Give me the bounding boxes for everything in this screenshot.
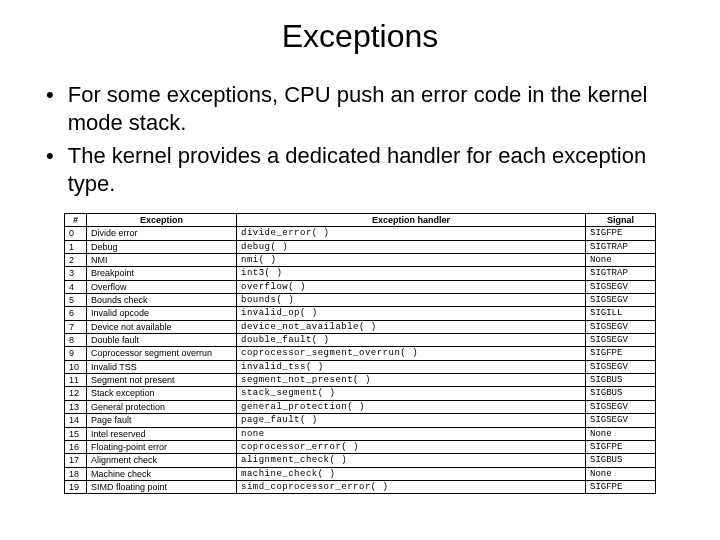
exceptions-table: # Exception Exception handler Signal 0Di… — [64, 213, 656, 494]
cell-signal: SIGBUS — [586, 374, 656, 387]
table-row: 13General protectiongeneral_protection( … — [65, 400, 656, 413]
cell-num: 12 — [65, 387, 87, 400]
cell-num: 0 — [65, 227, 87, 240]
cell-handler: simd_coprocessor_error( ) — [237, 480, 586, 493]
col-header-num: # — [65, 214, 87, 227]
cell-num: 8 — [65, 334, 87, 347]
table-header-row: # Exception Exception handler Signal — [65, 214, 656, 227]
table-row: 2NMInmi( )None — [65, 254, 656, 267]
cell-num: 13 — [65, 400, 87, 413]
cell-handler: segment_not_present( ) — [237, 374, 586, 387]
exceptions-table-wrap: # Exception Exception handler Signal 0Di… — [36, 213, 684, 494]
cell-handler: divide_error( ) — [237, 227, 586, 240]
cell-handler: overflow( ) — [237, 280, 586, 293]
cell-signal: SIGSEGV — [586, 414, 656, 427]
table-row: 15Intel reservednoneNone — [65, 427, 656, 440]
cell-signal: SIGFPE — [586, 227, 656, 240]
cell-exception: NMI — [87, 254, 237, 267]
cell-handler: alignment_check( ) — [237, 454, 586, 467]
cell-exception: Double fault — [87, 334, 237, 347]
cell-handler: invalid_op( ) — [237, 307, 586, 320]
cell-handler: page_fault( ) — [237, 414, 586, 427]
cell-signal: SIGTRAP — [586, 267, 656, 280]
cell-num: 2 — [65, 254, 87, 267]
cell-exception: Debug — [87, 240, 237, 253]
cell-exception: Divide error — [87, 227, 237, 240]
cell-handler: bounds( ) — [237, 294, 586, 307]
col-header-exception: Exception — [87, 214, 237, 227]
table-row: 4Overflowoverflow( )SIGSEGV — [65, 280, 656, 293]
cell-handler: nmi( ) — [237, 254, 586, 267]
cell-num: 10 — [65, 360, 87, 373]
bullet-text: For some exceptions, CPU push an error c… — [68, 81, 684, 136]
cell-num: 1 — [65, 240, 87, 253]
cell-signal: SIGSEGV — [586, 320, 656, 333]
cell-num: 9 — [65, 347, 87, 360]
bullet-item: The kernel provides a dedicated handler … — [46, 142, 684, 197]
bullet-item: For some exceptions, CPU push an error c… — [46, 81, 684, 136]
cell-num: 7 — [65, 320, 87, 333]
table-row: 10Invalid TSSinvalid_tss( )SIGSEGV — [65, 360, 656, 373]
cell-handler: double_fault( ) — [237, 334, 586, 347]
table-row: 0Divide errordivide_error( )SIGFPE — [65, 227, 656, 240]
cell-handler: stack_segment( ) — [237, 387, 586, 400]
table-row: 5Bounds checkbounds( )SIGSEGV — [65, 294, 656, 307]
cell-exception: SIMD floating point — [87, 480, 237, 493]
cell-handler: none — [237, 427, 586, 440]
cell-signal: SIGBUS — [586, 454, 656, 467]
cell-num: 18 — [65, 467, 87, 480]
cell-num: 6 — [65, 307, 87, 320]
cell-signal: SIGFPE — [586, 347, 656, 360]
cell-num: 15 — [65, 427, 87, 440]
bullet-text: The kernel provides a dedicated handler … — [68, 142, 684, 197]
cell-signal: SIGSEGV — [586, 400, 656, 413]
table-row: 17Alignment checkalignment_check( )SIGBU… — [65, 454, 656, 467]
cell-signal: SIGBUS — [586, 387, 656, 400]
col-header-handler: Exception handler — [237, 214, 586, 227]
cell-signal: SIGSEGV — [586, 360, 656, 373]
cell-exception: Floating-point error — [87, 440, 237, 453]
table-row: 12Stack exceptionstack_segment( )SIGBUS — [65, 387, 656, 400]
slide: Exceptions For some exceptions, CPU push… — [0, 0, 720, 494]
cell-handler: int3( ) — [237, 267, 586, 280]
cell-exception: General protection — [87, 400, 237, 413]
table-row: 18Machine checkmachine_check( )None — [65, 467, 656, 480]
cell-exception: Intel reserved — [87, 427, 237, 440]
table-row: 1Debugdebug( )SIGTRAP — [65, 240, 656, 253]
cell-signal: None — [586, 467, 656, 480]
cell-exception: Invalid opcode — [87, 307, 237, 320]
table-row: 6Invalid opcodeinvalid_op( )SIGILL — [65, 307, 656, 320]
cell-handler: machine_check( ) — [237, 467, 586, 480]
table-row: 7Device not availabledevice_not_availabl… — [65, 320, 656, 333]
table-row: 11Segment not presentsegment_not_present… — [65, 374, 656, 387]
cell-exception: Machine check — [87, 467, 237, 480]
cell-handler: device_not_available( ) — [237, 320, 586, 333]
cell-signal: SIGSEGV — [586, 280, 656, 293]
cell-exception: Page fault — [87, 414, 237, 427]
cell-exception: Coprocessor segment overrun — [87, 347, 237, 360]
cell-exception: Breakpoint — [87, 267, 237, 280]
cell-handler: coprocessor_error( ) — [237, 440, 586, 453]
cell-signal: SIGTRAP — [586, 240, 656, 253]
cell-num: 17 — [65, 454, 87, 467]
cell-num: 4 — [65, 280, 87, 293]
col-header-signal: Signal — [586, 214, 656, 227]
table-row: 16Floating-point errorcoprocessor_error(… — [65, 440, 656, 453]
cell-num: 5 — [65, 294, 87, 307]
cell-handler: coprocessor_segment_overrun( ) — [237, 347, 586, 360]
cell-exception: Segment not present — [87, 374, 237, 387]
cell-exception: Invalid TSS — [87, 360, 237, 373]
cell-num: 3 — [65, 267, 87, 280]
slide-title: Exceptions — [36, 18, 684, 55]
table-row: 9Coprocessor segment overruncoprocessor_… — [65, 347, 656, 360]
cell-signal: SIGSEGV — [586, 334, 656, 347]
cell-num: 16 — [65, 440, 87, 453]
cell-exception: Stack exception — [87, 387, 237, 400]
cell-num: 19 — [65, 480, 87, 493]
table-row: 14Page faultpage_fault( )SIGSEGV — [65, 414, 656, 427]
table-row: 19SIMD floating pointsimd_coprocessor_er… — [65, 480, 656, 493]
cell-signal: None — [586, 427, 656, 440]
table-row: 8Double faultdouble_fault( )SIGSEGV — [65, 334, 656, 347]
table-row: 3Breakpointint3( )SIGTRAP — [65, 267, 656, 280]
cell-exception: Bounds check — [87, 294, 237, 307]
